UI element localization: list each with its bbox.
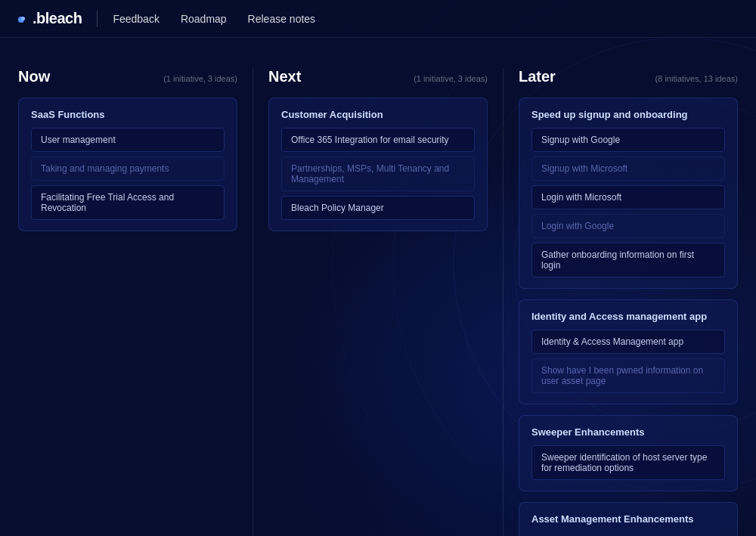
column-later: Later(8 initiatives, 13 ideas)Speed up s… bbox=[503, 68, 738, 536]
column-header-next: Next(1 initiative, 3 ideas) bbox=[268, 68, 488, 85]
item-office365[interactable]: Office 365 Integration for email securit… bbox=[281, 128, 475, 152]
item-login-microsoft[interactable]: Login with Microsoft bbox=[531, 185, 725, 209]
main-content: Now(1 initiative, 3 ideas)SaaS Functions… bbox=[0, 38, 756, 536]
item-user-mgmt[interactable]: User management bbox=[31, 128, 225, 152]
card-asset-mgmt: Asset Management Enhancements bbox=[519, 502, 738, 536]
column-title-later: Later bbox=[519, 68, 556, 85]
logo-icon bbox=[18, 17, 28, 20]
column-title-now: Now bbox=[18, 68, 50, 85]
column-next: Next(1 initiative, 3 ideas)Customer Acqu… bbox=[253, 68, 503, 536]
card-title-sweeper-enhancements: Sweeper Enhancements bbox=[531, 426, 725, 438]
item-login-google[interactable]: Login with Google bbox=[531, 214, 725, 238]
card-customer-acquisition: Customer AcquisitionOffice 365 Integrati… bbox=[268, 98, 488, 231]
card-title-asset-mgmt: Asset Management Enhancements bbox=[531, 513, 725, 525]
card-identity-access: Identity and Access management appIdenti… bbox=[519, 299, 738, 404]
item-onboarding-info[interactable]: Gather onboarding information on first l… bbox=[531, 243, 725, 277]
column-meta-next: (1 initiative, 3 ideas) bbox=[414, 74, 488, 83]
card-title-saas-functions: SaaS Functions bbox=[31, 109, 225, 120]
card-speed-up-signup: Speed up signup and onboardingSignup wit… bbox=[519, 98, 738, 289]
item-pwned-info[interactable]: Show have I been pwned information on us… bbox=[531, 358, 725, 393]
column-title-next: Next bbox=[268, 68, 301, 85]
navbar: .bleach Feedback Roadmap Release notes bbox=[0, 0, 756, 38]
nav-feedback[interactable]: Feedback bbox=[113, 13, 159, 25]
card-title-identity-access: Identity and Access management app bbox=[531, 311, 725, 322]
item-signup-google[interactable]: Signup with Google bbox=[531, 128, 725, 152]
item-free-trial[interactable]: Facilitating Free Trial Access and Revoc… bbox=[31, 185, 225, 220]
logo-text: .bleach bbox=[33, 10, 82, 27]
columns-wrapper: Now(1 initiative, 3 ideas)SaaS Functions… bbox=[18, 68, 738, 536]
nav-divider bbox=[97, 11, 98, 27]
item-payments[interactable]: Taking and managing payments bbox=[31, 156, 225, 181]
column-meta-now: (1 initiative, 3 ideas) bbox=[163, 74, 237, 83]
column-meta-later: (8 initiatives, 13 ideas) bbox=[655, 74, 738, 83]
column-now: Now(1 initiative, 3 ideas)SaaS Functions… bbox=[18, 68, 253, 536]
card-title-customer-acquisition: Customer Acquisition bbox=[281, 109, 475, 120]
column-header-now: Now(1 initiative, 3 ideas) bbox=[18, 68, 237, 85]
item-sweeper-id[interactable]: Sweeper identification of host server ty… bbox=[531, 445, 725, 480]
item-partnerships[interactable]: Partnerships, MSPs, Multi Tenancy and Ma… bbox=[281, 156, 475, 191]
nav-release-notes[interactable]: Release notes bbox=[248, 13, 316, 25]
card-saas-functions: SaaS FunctionsUser managementTaking and … bbox=[18, 98, 237, 231]
item-signup-microsoft[interactable]: Signup with Microsoft bbox=[531, 156, 725, 181]
logo[interactable]: .bleach bbox=[18, 10, 82, 27]
nav-links: Feedback Roadmap Release notes bbox=[113, 13, 315, 25]
card-title-speed-up-signup: Speed up signup and onboarding bbox=[531, 109, 725, 120]
card-sweeper-enhancements: Sweeper EnhancementsSweeper identificati… bbox=[519, 415, 738, 491]
item-iam-app[interactable]: Identity & Access Management app bbox=[531, 330, 725, 354]
column-header-later: Later(8 initiatives, 13 ideas) bbox=[519, 68, 738, 85]
nav-roadmap[interactable]: Roadmap bbox=[181, 13, 227, 25]
item-policy-manager[interactable]: Bleach Policy Manager bbox=[281, 196, 475, 220]
